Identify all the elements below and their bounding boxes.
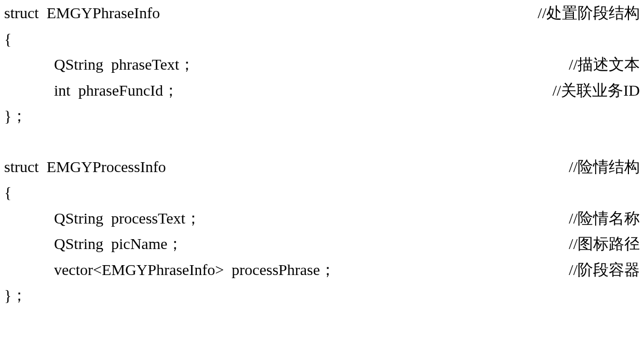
struct2-close-brace: }； [4,282,27,308]
struct1-field1: QString phraseText； [4,51,195,77]
struct1-field1-line: QString phraseText； //描述文本 [4,51,640,77]
struct1-open-brace-line: { [4,26,640,52]
struct2-field2: QString picName； [4,231,183,257]
struct1-open-brace: { [4,26,11,52]
struct1-decl-comment: //处置阶段结构 [538,0,640,26]
struct1-close-brace: }； [4,103,27,129]
struct1-field2: int phraseFuncId； [4,77,179,103]
struct1-declaration: struct EMGYPhraseInfo [4,0,160,26]
struct2-field2-comment: //图标路径 [569,231,640,257]
struct1-field1-comment: //描述文本 [569,51,640,77]
struct2-field2-line: QString picName； //图标路径 [4,231,640,257]
struct2-close-brace-line: }； [4,282,640,308]
struct2-declaration: struct EMGYProcessInfo [4,154,166,180]
struct2-field1-line: QString processText； //险情名称 [4,205,640,231]
struct2-field1: QString processText； [4,205,201,231]
struct2-field1-comment: //险情名称 [569,205,640,231]
struct2-field3-line: vector<EMGYPhraseInfo> processPhrase； //… [4,257,640,283]
struct2-decl-comment: //险情结构 [569,154,640,180]
struct1-field2-comment: //关联业务ID [553,77,640,103]
struct2-open-brace: { [4,179,11,205]
struct2-open-brace-line: { [4,179,640,205]
struct1-field2-line: int phraseFuncId； //关联业务ID [4,77,640,103]
struct-spacer [4,129,640,154]
struct2-field3: vector<EMGYPhraseInfo> processPhrase； [4,257,336,283]
struct1-close-brace-line: }； [4,103,640,129]
struct1-declaration-line: struct EMGYPhraseInfo //处置阶段结构 [4,0,640,26]
code-container: struct EMGYPhraseInfo //处置阶段结构 { QString… [4,0,640,308]
struct2-declaration-line: struct EMGYProcessInfo //险情结构 [4,154,640,180]
struct2-field3-comment: //阶段容器 [569,257,640,283]
